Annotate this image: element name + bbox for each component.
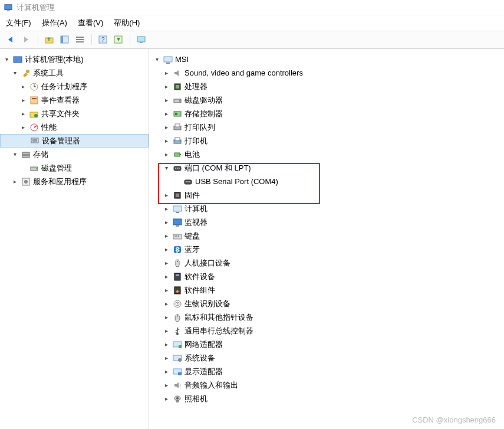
back-button[interactable] — [5, 33, 18, 46]
chevron-down-icon[interactable]: ▾ — [11, 69, 19, 77]
device-node-23[interactable]: ▸ 照相机 — [149, 392, 504, 405]
chevron-right-icon[interactable]: ▸ — [19, 110, 27, 118]
window-title: 计算机管理 — [17, 2, 55, 13]
device-label: 磁盘驱动器 — [185, 95, 500, 106]
disk-drive-icon — [173, 96, 182, 105]
tree-node-root[interactable]: ▾ 计算机管理(本地) — [0, 53, 149, 66]
chevron-right-icon[interactable]: ▸ — [162, 218, 170, 227]
chevron-right-icon[interactable]: ▸ — [162, 327, 170, 335]
device-node-18[interactable]: ▸ 通用串行总线控制器 — [149, 324, 504, 338]
chevron-right-icon[interactable]: ▸ — [162, 69, 170, 77]
device-node-3[interactable]: ▸ 存储控制器 — [149, 107, 504, 120]
properties-button[interactable] — [112, 33, 125, 46]
clock-icon — [29, 82, 39, 91]
device-node-16[interactable]: ▸ 生物识别设备 — [149, 297, 504, 310]
device-node-17[interactable]: ▸ 鼠标和其他指针设备 — [149, 310, 504, 324]
chevron-right-icon[interactable]: ▸ — [162, 137, 170, 145]
device-node-20[interactable]: ▸ 系统设备 — [149, 351, 504, 365]
device-node-4[interactable]: ▸ 打印队列 — [149, 120, 504, 134]
show-hide-tree-button[interactable] — [58, 33, 71, 46]
chevron-right-icon[interactable]: ▸ — [19, 96, 27, 104]
device-root[interactable]: ▾ MSI — [149, 53, 504, 66]
tree-label: 系统工具 — [33, 68, 145, 78]
chevron-right-icon[interactable]: ▸ — [162, 381, 170, 389]
tree-node-system-tools[interactable]: ▾ 系统工具 — [0, 66, 149, 80]
tree-node-task-scheduler[interactable]: ▸ 任务计划程序 — [0, 80, 149, 93]
svg-rect-11 — [137, 37, 145, 42]
computer-small-icon — [173, 204, 182, 214]
up-folder-button[interactable] — [43, 33, 56, 46]
device-node-7-0[interactable]: USB Serial Port (COM4) — [149, 175, 504, 188]
list-button[interactable] — [74, 33, 87, 46]
tree-node-storage[interactable]: ▾ 存储 — [0, 148, 149, 161]
tree-node-event-viewer[interactable]: ▸ 事件查看器 — [0, 93, 149, 107]
chevron-right-icon[interactable]: ▸ — [162, 273, 170, 281]
chevron-right-icon[interactable]: ▸ — [162, 313, 170, 322]
device-label: 蓝牙 — [185, 244, 500, 255]
device-root-label: MSI — [175, 55, 500, 64]
menu-action[interactable]: 操作(A) — [42, 18, 67, 28]
chevron-down-icon[interactable]: ▾ — [2, 55, 11, 64]
device-node-11[interactable]: ▸ 键盘 — [149, 229, 504, 243]
svg-rect-54 — [176, 212, 179, 213]
device-node-13[interactable]: ▸ 人机接口设备 — [149, 256, 504, 270]
chevron-right-icon[interactable]: ▸ — [11, 178, 19, 186]
device-node-12[interactable]: ▸ 蓝牙 — [149, 243, 504, 256]
tree-node-shared-folders[interactable]: ▸ 共享文件夹 — [0, 107, 149, 120]
device-node-9[interactable]: ▸ 计算机 — [149, 202, 504, 215]
menu-view[interactable]: 查看(V) — [78, 18, 103, 28]
device-node-14[interactable]: ▸ 软件设备 — [149, 270, 504, 283]
chevron-right-icon[interactable]: ▸ — [162, 205, 170, 213]
svg-rect-58 — [174, 235, 176, 237]
device-node-22[interactable]: ▸ 音频输入和输出 — [149, 378, 504, 392]
chevron-right-icon[interactable]: ▸ — [162, 232, 170, 240]
device-node-0[interactable]: ▸ Sound, video and game controllers — [149, 66, 504, 80]
device-label: 固件 — [185, 190, 500, 201]
help-button[interactable]: ? — [97, 33, 110, 46]
device-label: 计算机 — [185, 204, 500, 214]
tree-node-services-apps[interactable]: ▸ 服务和应用程序 — [0, 175, 149, 188]
chevron-down-icon[interactable]: ▾ — [162, 164, 170, 172]
device-node-1[interactable]: ▸ 处理器 — [149, 80, 504, 93]
tree-node-device-manager[interactable]: ▸ 设备管理器 — [0, 134, 149, 148]
chevron-right-icon[interactable]: ▸ — [19, 83, 27, 91]
chevron-down-icon[interactable]: ▾ — [11, 150, 19, 159]
tree-node-disk-management[interactable]: ▸ 磁盘管理 — [0, 161, 149, 175]
svg-rect-13 — [14, 57, 22, 63]
chevron-right-icon[interactable]: ▸ — [162, 300, 170, 308]
chevron-right-icon[interactable]: ▸ — [162, 191, 170, 199]
chevron-right-icon[interactable]: ▸ — [162, 150, 170, 159]
menu-file[interactable]: 文件(F) — [6, 18, 31, 28]
monitor-button[interactable] — [135, 33, 148, 46]
device-node-6[interactable]: ▸ 电池 — [149, 148, 504, 161]
device-node-7[interactable]: ▾ 端口 (COM 和 LPT) — [149, 161, 504, 175]
chevron-right-icon[interactable]: ▸ — [162, 83, 170, 91]
chevron-down-icon[interactable]: ▾ — [153, 55, 161, 64]
chevron-right-icon[interactable]: ▸ — [162, 354, 170, 362]
device-label: 照相机 — [185, 394, 500, 404]
tree-label: 性能 — [41, 122, 145, 133]
tree-node-performance[interactable]: ▸ 性能 — [0, 120, 149, 134]
chevron-right-icon[interactable]: ▸ — [19, 123, 27, 132]
chevron-right-icon[interactable]: ▸ — [162, 123, 170, 132]
chevron-right-icon[interactable]: ▸ — [162, 368, 170, 376]
device-node-8[interactable]: ▸ 固件 — [149, 188, 504, 202]
chevron-right-icon[interactable]: ▸ — [162, 245, 170, 254]
device-label: 键盘 — [185, 231, 500, 241]
device-node-19[interactable]: ▸ 网络适配器 — [149, 338, 504, 351]
svg-rect-75 — [179, 345, 182, 348]
chevron-right-icon[interactable]: ▸ — [162, 259, 170, 267]
device-node-21[interactable]: ▸ 显示适配器 — [149, 365, 504, 378]
chevron-right-icon[interactable]: ▸ — [162, 110, 170, 118]
chevron-right-icon[interactable]: ▸ — [162, 286, 170, 294]
svg-point-34 — [179, 100, 180, 101]
device-node-15[interactable]: ▸ 软件组件 — [149, 283, 504, 297]
device-node-2[interactable]: ▸ 磁盘驱动器 — [149, 93, 504, 107]
forward-button[interactable] — [20, 33, 33, 46]
menu-help[interactable]: 帮助(H) — [114, 18, 140, 28]
device-node-5[interactable]: ▸ 打印机 — [149, 134, 504, 148]
chevron-right-icon[interactable]: ▸ — [162, 395, 170, 403]
chevron-right-icon[interactable]: ▸ — [162, 340, 170, 349]
device-node-10[interactable]: ▸ 监视器 — [149, 215, 504, 229]
chevron-right-icon[interactable]: ▸ — [162, 96, 170, 104]
